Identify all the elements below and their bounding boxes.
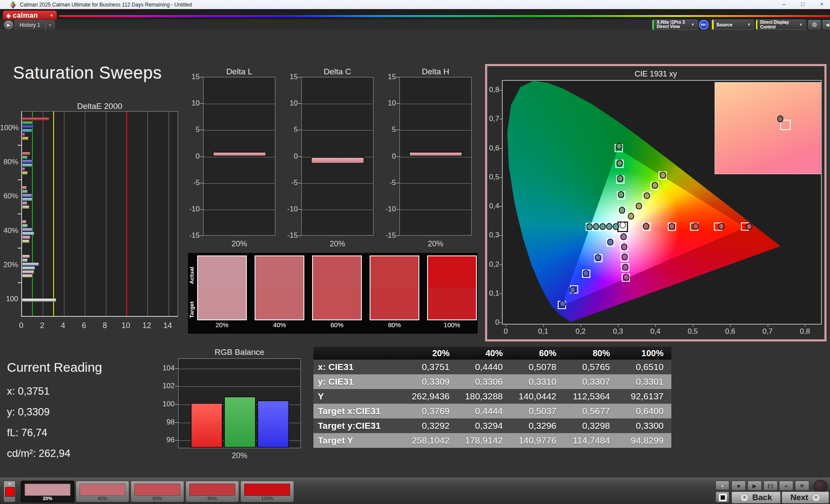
cie-xlabel: 0 <box>497 327 514 336</box>
table-cell: 0,3310 <box>511 374 564 389</box>
minimize-icon[interactable]: – <box>777 0 790 9</box>
bottom-bar: ▲20%40%60%80%100%▲■▶[·]∞⟳«BackNext» <box>0 478 830 504</box>
table-cell: 0,6510 <box>618 360 671 374</box>
table-header-cell: 20% <box>404 347 457 360</box>
gridline <box>400 104 471 104</box>
swatch-label: 40% <box>255 321 304 329</box>
patch-window-button[interactable]: ▲ <box>3 481 16 502</box>
cie-xlabel: 0,1 <box>535 327 552 336</box>
axis-tick <box>396 130 399 130</box>
delta-ylabel: 5 <box>283 125 298 134</box>
gridline <box>400 130 471 131</box>
table-cell: 0,3751 <box>404 360 457 374</box>
saturation-level-button-100%[interactable]: 100% <box>240 481 294 502</box>
table-header-row: 20%40%60%80%100% <box>313 347 671 360</box>
rgb-title: RGB Balance <box>178 348 301 357</box>
deltae-xlabel: 10 <box>119 321 132 330</box>
table-row: Target Y258,1042178,9142140,9776114,7484… <box>313 433 671 448</box>
delta-bar <box>213 152 266 156</box>
settings-button[interactable]: ⚙ <box>808 19 821 30</box>
left-arrow-icon: ◀ <box>826 22 829 27</box>
table-cell: 0,3292 <box>404 418 457 433</box>
cie-ylabel: 0,5 <box>487 173 499 182</box>
axis-tick <box>499 206 502 207</box>
patch-display-button[interactable] <box>715 491 729 503</box>
axis-tick <box>175 440 178 440</box>
source-dropdown[interactable]: Source ▼ <box>712 19 754 30</box>
deltae-xlabel: 12 <box>140 321 153 330</box>
axis-tick <box>298 77 301 77</box>
display-control-dropdown[interactable]: Direct Display Control ▼ <box>756 19 806 30</box>
swatch-actual <box>313 256 361 288</box>
axis-tick <box>499 90 502 90</box>
delta-chart-title: Delta L <box>203 67 275 77</box>
delta-ylabel: 15 <box>185 73 200 81</box>
axis-tick <box>200 236 203 236</box>
stop-button[interactable]: ■ <box>731 481 746 491</box>
patch-color-chip <box>5 487 15 497</box>
expand-controls-button[interactable]: ▲ <box>715 481 729 490</box>
swatch-label: 60% <box>312 321 362 329</box>
swatch-target <box>370 288 418 319</box>
cie-1931-panel: CIE 1931 xy 00,10,20,30,40,50,60,70,800,… <box>485 64 827 341</box>
axis-tick <box>730 325 731 327</box>
axis-tick <box>396 156 399 157</box>
table-header-cell: 100% <box>618 347 671 360</box>
deltae-bar <box>22 270 34 274</box>
swatch-target <box>428 288 476 319</box>
delta-ylabel: -15 <box>381 231 396 240</box>
refresh-button[interactable]: ⟳ <box>795 481 809 491</box>
delta-ylabel: -10 <box>283 205 298 214</box>
deltae-ylabel: 20% <box>0 261 18 269</box>
maximize-icon[interactable]: □ <box>796 0 809 9</box>
axis-tick <box>200 130 203 130</box>
table-cell: 0,6400 <box>618 404 671 418</box>
deltae-xlabel: 8 <box>99 321 112 330</box>
collapse-panel-button[interactable]: ◀ <box>822 19 830 30</box>
meter-count-badge[interactable]: 597 <box>699 20 709 29</box>
axis-tick <box>200 183 203 183</box>
saturation-level-button-60%[interactable]: 60% <box>131 481 184 502</box>
saturation-level-button-40%[interactable]: 40% <box>76 481 129 502</box>
axis-tick <box>396 209 399 210</box>
deltae-bar <box>22 274 32 278</box>
gridline <box>179 386 300 387</box>
calman-app-window: Calman 2025 Calman Ultimate for Business… <box>0 0 830 504</box>
play-button[interactable]: ▶ <box>747 481 762 491</box>
close-icon[interactable]: × <box>815 0 828 9</box>
meter-dropdown[interactable]: X-Rite i1Pro 3 Direct View ▼ <box>652 19 698 30</box>
single-button[interactable]: [·] <box>763 481 778 491</box>
table-cell: 0,4444 <box>457 404 511 418</box>
cie-ylabel: 0,4 <box>487 202 499 211</box>
cie-chart-title: CIE 1931 xy <box>487 70 824 79</box>
saturation-label: 60% <box>131 496 184 501</box>
table-cell: 258,1042 <box>404 433 457 448</box>
current-reading-panel: Current Reading x: 0,3751 y: 0,3309 fL: … <box>7 360 102 464</box>
source-status-stripe <box>712 20 714 29</box>
axis-tick <box>543 325 544 327</box>
table-row: Y262,9436180,3288140,0442112,536492,6137 <box>313 389 671 404</box>
saturation-level-button-80%[interactable]: 80% <box>185 481 239 502</box>
rgb-bar-green <box>224 396 256 448</box>
axis-tick <box>618 325 619 327</box>
table-header-cell: 80% <box>564 347 618 360</box>
delta-ylabel: 10 <box>381 99 396 108</box>
axis-tick <box>298 130 301 130</box>
gridline <box>302 210 373 210</box>
axis-tick <box>655 325 656 327</box>
reading-fl: fL: 76,74 <box>7 422 102 443</box>
cie-xlabel: 0,5 <box>684 327 702 336</box>
table-cell: 0,3309 <box>404 374 457 389</box>
axis-tick <box>499 148 502 149</box>
delta-xlabel: 20% <box>399 239 472 249</box>
table-cell: 178,9142 <box>457 433 511 448</box>
next-label: Next <box>790 493 808 502</box>
deltae-xlabel: 0 <box>15 321 28 330</box>
axis-tick <box>200 156 203 157</box>
table-cell: 114,7484 <box>564 433 618 448</box>
loop-button[interactable]: ∞ <box>779 481 793 491</box>
next-button[interactable]: Next» <box>782 491 829 504</box>
cie-xlabel: 0,4 <box>647 327 664 336</box>
back-button[interactable]: «Back <box>731 491 781 504</box>
saturation-level-button-20%[interactable]: 20% <box>21 481 74 502</box>
